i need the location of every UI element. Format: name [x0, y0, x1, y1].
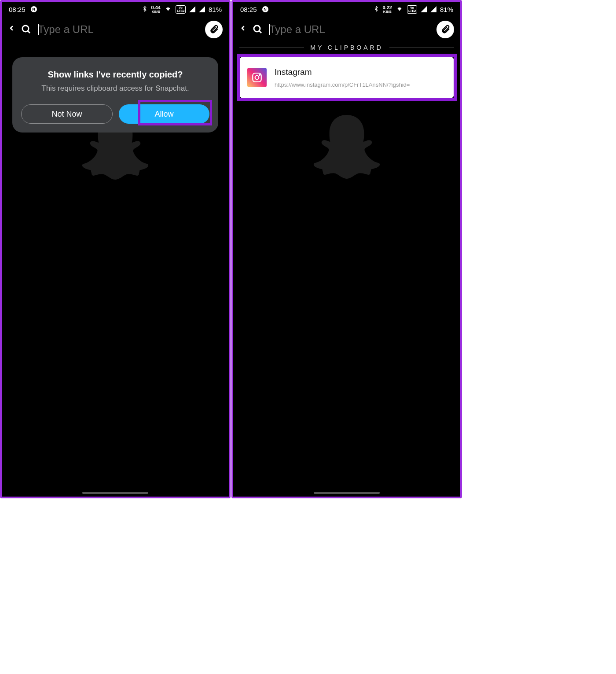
status-bar: 08:25 N 0.44 KB/S Vo LTE2	[2, 2, 229, 17]
app-indicator-icon: N	[31, 6, 37, 12]
status-bar: 08:25 N 0.22 KB/S Vo LTE2	[233, 2, 460, 17]
search-icon[interactable]	[21, 24, 32, 35]
battery-text: 81%	[440, 6, 453, 13]
clipboard-label: MY CLIPBOARD	[310, 44, 383, 51]
ghost-watermark-icon	[307, 111, 386, 186]
clipboard-link-card[interactable]: Instagram https://www.instagram.com/p/CF…	[239, 56, 454, 99]
clipboard-section-header: MY CLIPBOARD	[233, 44, 460, 51]
back-icon[interactable]	[8, 22, 15, 37]
signal-icon	[421, 6, 427, 12]
signal-icon-2	[199, 6, 205, 12]
not-now-button[interactable]: Not Now	[21, 104, 113, 124]
svg-line-1	[28, 31, 30, 33]
wifi-icon	[164, 6, 172, 13]
lte-badge: Vo LTE2	[176, 5, 186, 14]
signal-icon	[189, 6, 195, 12]
phone-left: 08:25 N 0.44 KB/S Vo LTE2	[0, 0, 231, 498]
attach-button[interactable]	[436, 21, 454, 38]
app-indicator-icon: N	[262, 6, 268, 12]
url-input[interactable]	[269, 23, 401, 36]
allow-button[interactable]: Allow	[119, 104, 209, 124]
signal-icon-2	[430, 6, 436, 12]
wifi-icon	[396, 6, 403, 13]
svg-line-3	[259, 31, 261, 33]
data-speed: 0.44 KB/S	[151, 5, 161, 14]
attach-button[interactable]	[205, 21, 223, 38]
url-input[interactable]	[38, 23, 169, 36]
battery-text: 81%	[209, 6, 222, 13]
svg-point-5	[255, 76, 259, 80]
search-icon[interactable]	[253, 24, 263, 35]
instagram-icon	[247, 68, 267, 87]
modal-subtitle: This requires clipboard access for Snapc…	[21, 84, 209, 93]
modal-title: Show links I've recently copied?	[21, 70, 209, 80]
phone-right: 08:25 N 0.22 KB/S Vo LTE2	[231, 0, 462, 498]
svg-point-0	[22, 26, 29, 32]
bluetooth-icon	[373, 5, 379, 14]
status-time: 08:25	[240, 6, 257, 13]
bluetooth-icon	[142, 5, 148, 14]
svg-point-2	[254, 26, 260, 32]
search-header	[2, 17, 229, 42]
back-icon[interactable]	[239, 22, 246, 37]
lte-badge: Vo LTE2	[407, 5, 417, 14]
home-indicator	[82, 492, 148, 494]
clipboard-card-url: https://www.instagram.com/p/CFrT1LAnsNN/…	[275, 81, 446, 88]
status-time: 08:25	[9, 6, 26, 13]
clipboard-permission-modal: Show links I've recently copied? This re…	[12, 57, 218, 133]
home-indicator	[314, 492, 380, 494]
svg-point-6	[259, 74, 260, 75]
clipboard-card-title: Instagram	[275, 67, 446, 77]
search-header	[233, 17, 460, 42]
data-speed: 0.22 KB/S	[383, 5, 392, 14]
